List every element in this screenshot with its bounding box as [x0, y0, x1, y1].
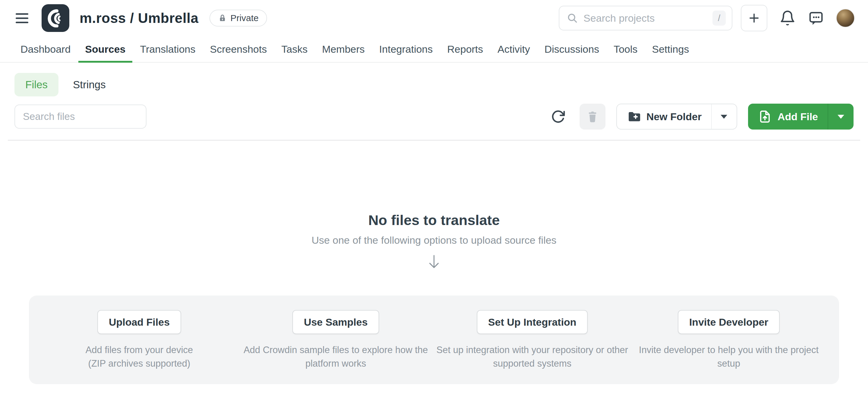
tab-sources[interactable]: Sources [79, 36, 132, 62]
menu-icon [16, 13, 28, 15]
upload-options-panel: Upload Files Add files from your device … [29, 295, 839, 384]
subtab-files[interactable]: Files [14, 73, 59, 96]
project-nav: Dashboard Sources Translations Screensho… [0, 36, 868, 63]
avatar[interactable] [836, 9, 855, 27]
search-shortcut-hint: / [712, 10, 726, 26]
project-title: m.ross / Umbrella [80, 10, 198, 26]
tab-settings[interactable]: Settings [645, 36, 695, 62]
file-upload-icon [758, 109, 772, 124]
arrow-down-icon [14, 254, 854, 271]
new-folder-button[interactable]: New Folder [616, 104, 711, 129]
menu-button[interactable] [13, 11, 31, 26]
sources-subtabs: Files Strings [14, 73, 854, 96]
delete-button[interactable] [580, 104, 606, 129]
toolbar-divider [8, 140, 860, 141]
chevron-down-icon [721, 115, 727, 119]
chevron-down-icon [838, 115, 844, 119]
tab-members[interactable]: Members [315, 36, 371, 62]
option-invite-developer: Invite Developer Invite developer to hel… [630, 310, 827, 370]
project-search: / [559, 6, 733, 30]
bell-icon [779, 10, 796, 26]
option-use-samples: Use Samples Add Crowdin sample files to … [238, 310, 434, 370]
tab-tasks[interactable]: Tasks [275, 36, 314, 62]
create-project-button[interactable] [741, 5, 767, 31]
add-file-button[interactable]: Add File [748, 104, 828, 129]
set-up-integration-description: Set up integration with your repository … [436, 343, 628, 370]
empty-state-subtitle: Use one of the following options to uplo… [14, 234, 854, 246]
chat-icon [808, 10, 824, 26]
add-file-dropdown-button[interactable] [828, 104, 854, 129]
messages-button[interactable] [808, 10, 824, 26]
privacy-badge: Private [210, 10, 267, 27]
main-content: Files Strings [0, 73, 868, 384]
tab-screenshots[interactable]: Screenshots [203, 36, 273, 62]
use-samples-description: Add Crowdin sample files to explore how … [244, 343, 428, 370]
tab-activity[interactable]: Activity [491, 36, 537, 62]
privacy-badge-label: Private [230, 13, 258, 23]
toolbar-actions: New Folder Add File [548, 104, 854, 129]
tab-tools[interactable]: Tools [607, 36, 644, 62]
set-up-integration-button[interactable]: Set Up Integration [477, 310, 588, 334]
crowdin-logo[interactable] [41, 4, 69, 32]
files-toolbar: New Folder Add File [14, 104, 854, 129]
tab-discussions[interactable]: Discussions [538, 36, 606, 62]
empty-state: No files to translate Use one of the fol… [14, 212, 854, 271]
option-upload-files: Upload Files Add files from your device … [41, 310, 238, 370]
invite-developer-description: Invite developer to help you with the pr… [639, 343, 818, 370]
invite-developer-button[interactable]: Invite Developer [678, 310, 780, 334]
crowdin-logo-icon [46, 9, 65, 27]
search-files-input[interactable] [14, 104, 147, 129]
tab-translations[interactable]: Translations [133, 36, 202, 62]
add-file-label: Add File [778, 111, 818, 123]
new-folder-dropdown-button[interactable] [711, 104, 737, 129]
option-set-up-integration: Set Up Integration Set up integration wi… [434, 310, 630, 370]
upload-files-button[interactable]: Upload Files [97, 310, 181, 334]
trash-icon [586, 109, 599, 124]
lock-icon [218, 13, 227, 23]
tab-dashboard[interactable]: Dashboard [14, 36, 77, 62]
use-samples-button[interactable]: Use Samples [292, 310, 379, 334]
tab-integrations[interactable]: Integrations [373, 36, 439, 62]
folder-plus-icon [627, 109, 641, 124]
refresh-button[interactable] [548, 106, 569, 127]
new-folder-split-button: New Folder [616, 104, 737, 129]
refresh-icon [551, 109, 566, 124]
new-folder-label: New Folder [647, 111, 702, 123]
search-projects-input[interactable] [584, 12, 712, 24]
empty-state-title: No files to translate [14, 212, 854, 228]
top-header: m.ross / Umbrella Private / [0, 0, 868, 36]
subtab-strings[interactable]: Strings [73, 79, 106, 91]
notifications-button[interactable] [779, 10, 796, 26]
add-file-split-button: Add File [748, 104, 854, 129]
search-icon [567, 12, 578, 24]
upload-files-description: Add files from your device (ZIP archives… [86, 343, 193, 370]
plus-icon [748, 12, 761, 24]
tab-reports[interactable]: Reports [441, 36, 490, 62]
